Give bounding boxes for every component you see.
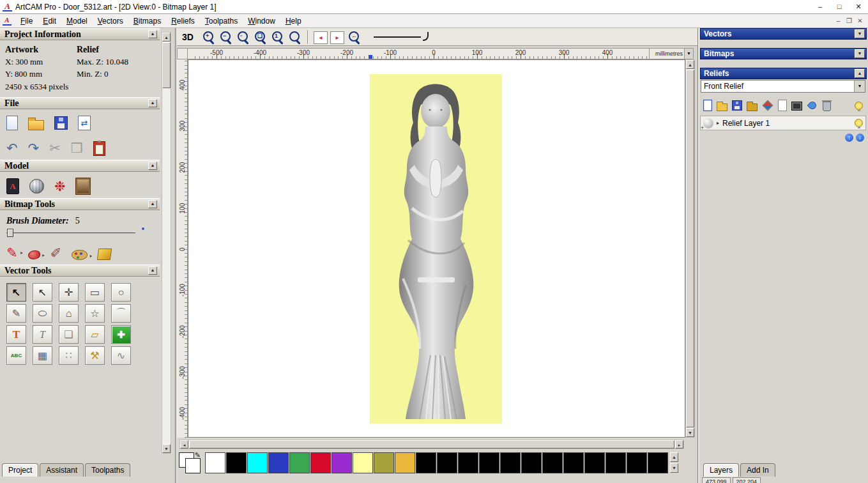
file-import-export-icon[interactable]: ⇄ <box>78 116 91 130</box>
palette-swatch[interactable] <box>584 452 605 473</box>
reliefs-section-bar[interactable]: Reliefs ▲ <box>700 68 867 79</box>
zoom-back-icon[interactable]: ← <box>346 29 362 45</box>
page-prev-icon[interactable]: ◂ <box>314 31 328 44</box>
pencil-draw-icon[interactable]: ✐ <box>50 245 62 261</box>
paste-cross-icon[interactable]: ✚ <box>111 325 131 344</box>
paintbrush-icon[interactable]: ✎ <box>6 245 18 261</box>
menu-item[interactable]: Help <box>280 15 307 27</box>
units-dropdown[interactable]: millimetres ▼ <box>649 48 694 59</box>
zoom-object-icon[interactable] <box>287 29 302 45</box>
right-panel-tab[interactable]: Add In <box>740 463 775 477</box>
palette-swatch[interactable] <box>648 452 668 473</box>
zoom-window-icon[interactable]: ▫ <box>235 29 250 45</box>
collapse-arrow-icon[interactable]: ▲ <box>148 200 157 208</box>
ellipse-tool-icon[interactable]: ⬭ <box>33 304 52 323</box>
file-new-icon[interactable] <box>6 116 18 130</box>
palette-swatch[interactable] <box>627 452 647 473</box>
toolpath-gem-icon[interactable] <box>763 100 773 111</box>
scroll-up-icon[interactable]: ▲ <box>670 452 678 462</box>
secondary-color-swatch[interactable] <box>185 458 201 473</box>
flood-fill-icon[interactable] <box>97 249 112 260</box>
left-panel-tab[interactable]: Assistant <box>40 463 84 477</box>
slider-thumb[interactable] <box>7 229 13 237</box>
scroll-down-icon[interactable]: ▼ <box>670 463 678 473</box>
file-save-icon[interactable] <box>54 116 68 130</box>
left-panel-tab[interactable]: Toolpaths <box>85 463 130 477</box>
chevron-up-icon[interactable]: ▲ <box>855 69 865 78</box>
palette-swatch[interactable] <box>521 452 542 473</box>
drawing-canvas[interactable] <box>188 59 685 438</box>
paint-blob-icon[interactable] <box>28 250 40 259</box>
palette-swatch[interactable] <box>374 452 394 473</box>
sphere-grid-icon[interactable] <box>29 179 44 194</box>
line-width-preview[interactable] <box>374 31 431 43</box>
palette-swatch[interactable] <box>310 452 331 473</box>
palette-swatch[interactable] <box>437 452 457 473</box>
brush-diameter-slider[interactable] <box>6 227 153 239</box>
chevron-down-icon[interactable]: ▼ <box>855 49 865 58</box>
view-3d-button[interactable]: 3D <box>182 32 194 42</box>
grid-tool-icon[interactable]: ▦ <box>33 346 52 365</box>
menu-item[interactable]: Window <box>243 15 280 27</box>
zoom-out-icon[interactable]: − <box>218 29 233 45</box>
relief-bitmap-image[interactable] <box>370 74 502 424</box>
menu-item[interactable]: Edit <box>38 15 61 27</box>
layer-visibility-bulb-icon[interactable] <box>855 119 863 127</box>
left-panel-scrollbar[interactable]: ▲ ▼ <box>162 32 171 454</box>
relief-layer-name[interactable]: Relief Layer 1 <box>722 119 851 128</box>
mdi-minimize-button[interactable]: – <box>833 17 844 24</box>
collapse-arrow-icon[interactable]: ▲ <box>148 30 157 38</box>
cut-icon[interactable]: ✂ <box>49 141 61 156</box>
measure-ruler-icon[interactable]: ▱ <box>85 325 105 344</box>
collapse-arrow-icon[interactable]: ▲ <box>148 162 157 170</box>
palette-swatch[interactable] <box>500 452 521 473</box>
move-layer-down-button[interactable]: ↓ <box>856 134 864 142</box>
left-panel-tab[interactable]: Project <box>2 463 38 477</box>
relief-layer-row[interactable]: ▸ Relief Layer 1 <box>700 116 866 130</box>
right-panel-tab[interactable]: Layers <box>703 463 739 477</box>
collapse-arrow-icon[interactable]: ▲ <box>148 266 157 275</box>
palette-swatch[interactable] <box>458 452 478 473</box>
save-layer-icon[interactable] <box>732 100 742 111</box>
palette-swatch[interactable] <box>416 452 436 473</box>
bitmaps-section-bar[interactable]: Bitmaps ▼ <box>700 48 867 59</box>
film-frame-icon[interactable] <box>791 102 802 111</box>
page-next-icon[interactable]: ▸ <box>330 31 344 44</box>
paste-icon[interactable] <box>93 141 105 156</box>
scrollbar-thumb[interactable] <box>686 70 694 427</box>
menu-item[interactable]: Reliefs <box>166 15 200 27</box>
polygon-tool-icon[interactable]: ⌂ <box>59 304 79 323</box>
rectangle-tool-icon[interactable]: ▭ <box>85 283 105 302</box>
relief-select-dropdown[interactable]: Front Relief ▼ <box>701 80 865 93</box>
maximize-button[interactable]: □ <box>830 0 849 14</box>
palette-swatch[interactable] <box>353 452 373 473</box>
palette-swatch[interactable] <box>247 452 268 473</box>
water-drop-icon[interactable] <box>807 100 818 111</box>
new-layer-icon[interactable] <box>703 100 712 111</box>
file-open-icon[interactable] <box>28 120 44 130</box>
menu-item[interactable]: Model <box>61 15 93 27</box>
chevron-down-icon[interactable]: ▼ <box>854 80 865 92</box>
scrollbar-thumb[interactable] <box>162 42 171 88</box>
abc-text-block-icon[interactable]: ABC <box>6 346 26 365</box>
expander-arrow-icon[interactable]: ▸ <box>717 120 719 126</box>
menu-item[interactable]: Vectors <box>93 15 128 27</box>
current-color-swatch[interactable]: ✎ <box>179 452 203 475</box>
star-tool-icon[interactable]: ☆ <box>85 304 105 323</box>
wave-tool-icon[interactable]: ∿ <box>111 346 131 365</box>
gold-folder-icon[interactable] <box>747 103 758 111</box>
new-page-icon[interactable] <box>778 100 787 111</box>
wrench-icon[interactable]: ⚒ <box>85 346 105 365</box>
portrait-image-icon[interactable] <box>76 178 90 194</box>
polyline-tool-icon[interactable]: ✎ <box>6 304 26 323</box>
palette-swatch[interactable] <box>289 452 310 473</box>
scroll-down-icon[interactable]: ▼ <box>686 428 694 437</box>
offset-vector-icon[interactable]: ❏ <box>59 325 79 344</box>
palette-swatch[interactable] <box>563 452 584 473</box>
red-seal-icon[interactable]: ❉ <box>54 179 66 194</box>
scroll-right-icon[interactable]: ▸ <box>675 440 683 448</box>
canvas-horizontal-scrollbar[interactable]: ◂ ▸ <box>179 440 684 449</box>
delete-layer-icon[interactable] <box>823 102 831 111</box>
undo-icon[interactable]: ↶ <box>6 141 18 156</box>
dots-pattern-icon[interactable]: ∷ <box>59 346 79 365</box>
